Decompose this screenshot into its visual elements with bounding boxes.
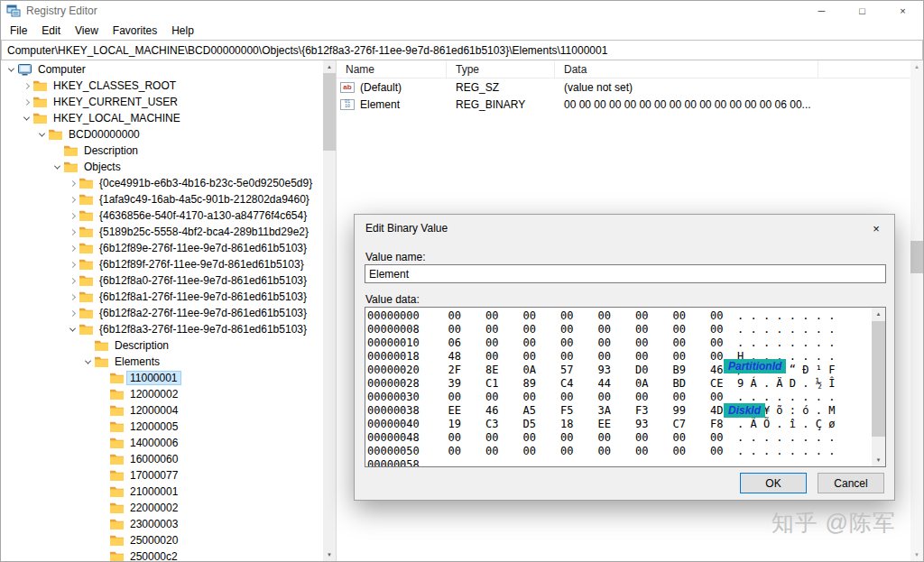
hex-byte[interactable]: 00 [436, 445, 474, 458]
chevron-collapsed-icon[interactable] [19, 78, 33, 94]
chevron-expanded-icon[interactable] [80, 354, 95, 370]
scroll-thumb[interactable] [872, 321, 885, 437]
hex-byte[interactable]: F5 [549, 404, 587, 418]
hex-byte[interactable]: 00 [511, 323, 549, 336]
hex-byte[interactable]: 00 [586, 323, 624, 336]
tree-item-250000c2[interactable]: 250000c2 [1, 548, 323, 561]
column-header-data[interactable]: Data [555, 60, 818, 78]
hex-byte[interactable]: 00 [549, 336, 587, 350]
ok-button[interactable]: OK [740, 473, 807, 493]
chevron-spacer[interactable] [96, 548, 110, 561]
hex-byte[interactable]: EE [436, 404, 474, 418]
tree-item-6b12f89e276f11ee9e7d861ed61b[interactable]: {6b12f89e-276f-11ee-9e7d-861ed61b5103} [1, 240, 323, 256]
hex-byte[interactable]: 00 [661, 323, 698, 336]
hex-byte[interactable]: C1 [474, 377, 512, 391]
tree-item-computer[interactable]: Computer [1, 61, 323, 78]
tree-item-21000001[interactable]: 21000001 [1, 484, 323, 500]
chevron-spacer[interactable] [96, 419, 110, 435]
hex-byte[interactable]: 00 [624, 323, 661, 336]
tree-item-4636856e540f4170a130a84776f4[interactable]: {4636856e-540f-4170-a130-a84776f4c654} [1, 207, 323, 224]
hex-byte[interactable]: 00 [511, 309, 549, 323]
hex-byte[interactable]: 00 [474, 336, 512, 350]
hex-byte[interactable]: 00 [586, 336, 624, 350]
hex-byte[interactable]: BD [661, 377, 698, 391]
hex-byte[interactable]: 18 [549, 418, 587, 431]
chevron-spacer[interactable] [50, 143, 64, 159]
hex-byte[interactable]: 48 [436, 350, 474, 364]
chevron-spacer[interactable] [96, 484, 110, 500]
chevron-collapsed-icon[interactable] [19, 94, 33, 110]
hex-row[interactable]: 00000028 39C189C4440ABDCE 9 Á . Ä D . ½ … [367, 377, 870, 391]
scroll-up-icon[interactable]: ▲ [323, 60, 336, 73]
scroll-down-icon[interactable]: ▼ [872, 454, 885, 466]
hex-row[interactable]: 00000038 EE46A5F53AF3994D î F ¥ õ : ó . … [367, 404, 870, 418]
hex-byte[interactable]: 00 [549, 431, 587, 445]
hex-byte[interactable]: 99 [661, 404, 698, 418]
tree-item-hkeyclassesroot[interactable]: HKEY_CLASSES_ROOT [1, 78, 323, 94]
hex-row[interactable]: 00000040 19C3D518EE93C7F8 . Ã Õ . î . Ç … [367, 418, 870, 431]
hex-byte[interactable]: D5 [511, 418, 549, 431]
hex-byte[interactable] [586, 458, 624, 467]
scroll-thumb[interactable] [910, 241, 923, 273]
hex-byte[interactable]: 06 [436, 336, 474, 350]
hex-row[interactable]: 00000030 0000000000000000 . . . . . . . … [367, 391, 870, 404]
hex-byte[interactable]: 19 [436, 418, 474, 431]
hex-byte[interactable]: C3 [474, 418, 512, 431]
close-button[interactable]: × [882, 1, 923, 21]
hex-byte[interactable]: 00 [511, 445, 549, 458]
hex-byte[interactable]: 00 [661, 431, 698, 445]
chevron-spacer[interactable] [96, 370, 110, 386]
hex-byte[interactable]: 0A [511, 364, 549, 377]
hex-row[interactable]: 00000018 4800000000000000 H . . . . . . … [367, 350, 870, 364]
hex-byte[interactable] [474, 458, 512, 467]
chevron-expanded-icon[interactable] [65, 321, 79, 337]
hex-byte[interactable]: 00 [624, 350, 661, 364]
hex-row[interactable]: 00000050 0000000000000000 . . . . . . . … [367, 445, 870, 458]
tree-item-25000020[interactable]: 25000020 [1, 532, 323, 548]
scroll-down-icon[interactable]: ▼ [910, 548, 923, 561]
value-row-default[interactable]: ab (Default) REG_SZ (value not set) [337, 78, 923, 96]
hex-byte[interactable]: 00 [624, 431, 661, 445]
hex-byte[interactable]: 39 [436, 377, 474, 391]
hex-byte[interactable]: 00 [698, 336, 736, 350]
hex-byte[interactable] [549, 458, 587, 467]
dialog-close-button[interactable]: × [858, 216, 894, 242]
hex-scrollbar[interactable]: ▲ ▼ [872, 308, 885, 466]
chevron-collapsed-icon[interactable] [65, 256, 79, 272]
chevron-expanded-icon[interactable] [50, 159, 64, 175]
scroll-thumb[interactable] [323, 73, 336, 151]
chevron-spacer[interactable] [96, 467, 110, 484]
hex-byte[interactable]: 00 [474, 309, 512, 323]
hex-byte[interactable]: 57 [549, 364, 587, 377]
hex-byte[interactable]: 00 [586, 350, 624, 364]
hex-byte[interactable]: 00 [549, 350, 587, 364]
hex-row[interactable]: 00000048 0000000000000000 . . . . . . . … [367, 431, 870, 445]
chevron-collapsed-icon[interactable] [65, 191, 79, 207]
tree-item-6b12f8a1276f11ee9e7d861ed61b[interactable]: {6b12f8a1-276f-11ee-9e7d-861ed61b5103} [1, 289, 323, 305]
chevron-spacer[interactable] [96, 516, 110, 532]
hex-byte[interactable]: 00 [436, 323, 474, 336]
hex-byte[interactable]: 00 [586, 391, 624, 404]
hex-byte[interactable] [698, 458, 736, 467]
hex-byte[interactable]: 00 [511, 431, 549, 445]
hex-byte[interactable]: C4 [549, 377, 587, 391]
chevron-spacer[interactable] [96, 532, 110, 548]
chevron-collapsed-icon[interactable] [65, 289, 79, 305]
menu-help[interactable]: Help [164, 22, 201, 40]
hex-byte[interactable]: 00 [511, 350, 549, 364]
hex-byte[interactable]: 00 [698, 309, 736, 323]
hex-byte[interactable]: C7 [661, 418, 698, 431]
hex-byte[interactable]: 46 [474, 404, 512, 418]
tree-item-12000002[interactable]: 12000002 [1, 386, 323, 402]
hex-byte[interactable]: 8E [474, 364, 512, 377]
hex-byte[interactable]: 00 [661, 336, 698, 350]
hex-byte[interactable]: 00 [698, 431, 736, 445]
chevron-spacer[interactable] [96, 500, 110, 516]
hex-byte[interactable]: 00 [436, 431, 474, 445]
menu-file[interactable]: File [3, 22, 34, 40]
tree-item-16000060[interactable]: 16000060 [1, 451, 323, 467]
hex-byte[interactable]: 00 [474, 350, 512, 364]
hex-row[interactable]: 00000008 0000000000000000 . . . . . . . … [367, 323, 870, 336]
hex-byte[interactable]: 00 [624, 309, 661, 323]
hex-byte[interactable]: 00 [624, 336, 661, 350]
